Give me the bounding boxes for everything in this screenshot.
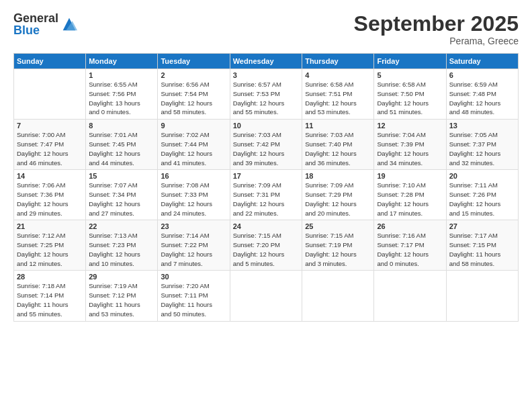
table-row <box>230 271 302 321</box>
table-row: 27Sunrise: 7:17 AM Sunset: 7:15 PM Dayli… <box>446 220 518 271</box>
col-sunday: Sunday <box>14 54 86 69</box>
day-info: Sunrise: 6:59 AM Sunset: 7:48 PM Dayligh… <box>449 80 515 117</box>
table-row: 20Sunrise: 7:11 AM Sunset: 7:26 PM Dayli… <box>446 170 518 220</box>
table-row: 15Sunrise: 7:07 AM Sunset: 7:34 PM Dayli… <box>86 170 158 220</box>
day-info: Sunrise: 6:58 AM Sunset: 7:50 PM Dayligh… <box>377 80 443 117</box>
day-info: Sunrise: 7:07 AM Sunset: 7:34 PM Dayligh… <box>89 181 154 218</box>
day-info: Sunrise: 7:15 AM Sunset: 7:19 PM Dayligh… <box>305 231 371 268</box>
header: General Blue September 2025 Perama, Gree… <box>13 12 519 46</box>
table-row <box>374 271 446 321</box>
table-row: 10Sunrise: 7:03 AM Sunset: 7:42 PM Dayli… <box>230 120 302 170</box>
table-row: 13Sunrise: 7:05 AM Sunset: 7:37 PM Dayli… <box>446 120 518 170</box>
day-number: 25 <box>305 222 371 230</box>
day-number: 15 <box>89 172 154 180</box>
day-number: 21 <box>17 222 83 230</box>
table-row: 3Sunrise: 6:57 AM Sunset: 7:53 PM Daylig… <box>230 69 302 120</box>
day-info: Sunrise: 6:56 AM Sunset: 7:54 PM Dayligh… <box>161 80 226 117</box>
table-row: 26Sunrise: 7:16 AM Sunset: 7:17 PM Dayli… <box>374 220 446 271</box>
day-info: Sunrise: 6:58 AM Sunset: 7:51 PM Dayligh… <box>305 80 371 117</box>
calendar-table: Sunday Monday Tuesday Wednesday Thursday… <box>13 53 519 321</box>
day-number: 17 <box>233 172 299 180</box>
table-row: 28Sunrise: 7:18 AM Sunset: 7:14 PM Dayli… <box>14 271 86 321</box>
day-number: 2 <box>161 71 226 79</box>
day-number: 8 <box>89 122 154 130</box>
page: General Blue September 2025 Perama, Gree… <box>0 0 532 411</box>
table-row: 8Sunrise: 7:01 AM Sunset: 7:45 PM Daylig… <box>86 120 158 170</box>
day-info: Sunrise: 7:18 AM Sunset: 7:14 PM Dayligh… <box>17 281 83 318</box>
day-number: 6 <box>449 71 515 79</box>
day-info: Sunrise: 7:02 AM Sunset: 7:44 PM Dayligh… <box>161 130 226 167</box>
table-row: 18Sunrise: 7:09 AM Sunset: 7:29 PM Dayli… <box>302 170 374 220</box>
day-number: 11 <box>305 122 371 130</box>
day-info: Sunrise: 7:20 AM Sunset: 7:11 PM Dayligh… <box>161 281 226 318</box>
day-number: 7 <box>17 122 83 130</box>
table-row: 1Sunrise: 6:55 AM Sunset: 7:56 PM Daylig… <box>86 69 158 120</box>
day-number: 24 <box>233 222 299 230</box>
table-row: 6Sunrise: 6:59 AM Sunset: 7:48 PM Daylig… <box>446 69 518 120</box>
col-monday: Monday <box>86 54 158 69</box>
day-number: 19 <box>377 172 443 180</box>
table-row: 17Sunrise: 7:09 AM Sunset: 7:31 PM Dayli… <box>230 170 302 220</box>
day-info: Sunrise: 6:57 AM Sunset: 7:53 PM Dayligh… <box>233 80 299 117</box>
table-row: 30Sunrise: 7:20 AM Sunset: 7:11 PM Dayli… <box>158 271 230 321</box>
table-row <box>446 271 518 321</box>
day-number: 9 <box>161 122 226 130</box>
day-info: Sunrise: 7:03 AM Sunset: 7:42 PM Dayligh… <box>233 130 299 167</box>
day-number: 4 <box>305 71 371 79</box>
day-info: Sunrise: 7:08 AM Sunset: 7:33 PM Dayligh… <box>161 181 226 218</box>
col-saturday: Saturday <box>446 54 518 69</box>
day-info: Sunrise: 6:55 AM Sunset: 7:56 PM Dayligh… <box>89 80 154 117</box>
table-row: 5Sunrise: 6:58 AM Sunset: 7:50 PM Daylig… <box>374 69 446 120</box>
logo-text: General Blue <box>13 12 58 36</box>
day-info: Sunrise: 7:04 AM Sunset: 7:39 PM Dayligh… <box>377 130 443 167</box>
week-row-5: 28Sunrise: 7:18 AM Sunset: 7:14 PM Dayli… <box>14 271 519 321</box>
table-row: 14Sunrise: 7:06 AM Sunset: 7:36 PM Dayli… <box>14 170 86 220</box>
day-number: 23 <box>161 222 226 230</box>
day-info: Sunrise: 7:12 AM Sunset: 7:25 PM Dayligh… <box>17 231 83 268</box>
table-row: 19Sunrise: 7:10 AM Sunset: 7:28 PM Dayli… <box>374 170 446 220</box>
week-row-2: 7Sunrise: 7:00 AM Sunset: 7:47 PM Daylig… <box>14 120 519 170</box>
day-number: 10 <box>233 122 299 130</box>
day-info: Sunrise: 7:06 AM Sunset: 7:36 PM Dayligh… <box>17 181 83 218</box>
day-info: Sunrise: 7:17 AM Sunset: 7:15 PM Dayligh… <box>449 231 515 268</box>
day-number: 3 <box>233 71 299 79</box>
logo-blue: Blue <box>13 24 58 36</box>
day-info: Sunrise: 7:11 AM Sunset: 7:26 PM Dayligh… <box>449 181 515 218</box>
day-info: Sunrise: 7:03 AM Sunset: 7:40 PM Dayligh… <box>305 130 371 167</box>
month-title: September 2025 <box>354 12 519 36</box>
day-info: Sunrise: 7:13 AM Sunset: 7:23 PM Dayligh… <box>89 231 154 268</box>
table-row: 16Sunrise: 7:08 AM Sunset: 7:33 PM Dayli… <box>158 170 230 220</box>
day-number: 14 <box>17 172 83 180</box>
day-info: Sunrise: 7:14 AM Sunset: 7:22 PM Dayligh… <box>161 231 226 268</box>
logo-icon <box>60 15 79 34</box>
table-row: 22Sunrise: 7:13 AM Sunset: 7:23 PM Dayli… <box>86 220 158 271</box>
table-row: 2Sunrise: 6:56 AM Sunset: 7:54 PM Daylig… <box>158 69 230 120</box>
title-section: September 2025 Perama, Greece <box>354 12 519 46</box>
day-info: Sunrise: 7:01 AM Sunset: 7:45 PM Dayligh… <box>89 130 154 167</box>
day-number: 20 <box>449 172 515 180</box>
day-number: 5 <box>377 71 443 79</box>
day-number: 26 <box>377 222 443 230</box>
day-number: 29 <box>89 273 154 281</box>
table-row: 9Sunrise: 7:02 AM Sunset: 7:44 PM Daylig… <box>158 120 230 170</box>
table-row: 25Sunrise: 7:15 AM Sunset: 7:19 PM Dayli… <box>302 220 374 271</box>
week-row-1: 1Sunrise: 6:55 AM Sunset: 7:56 PM Daylig… <box>14 69 519 120</box>
day-info: Sunrise: 7:10 AM Sunset: 7:28 PM Dayligh… <box>377 181 443 218</box>
week-row-3: 14Sunrise: 7:06 AM Sunset: 7:36 PM Dayli… <box>14 170 519 220</box>
week-row-4: 21Sunrise: 7:12 AM Sunset: 7:25 PM Dayli… <box>14 220 519 271</box>
col-thursday: Thursday <box>302 54 374 69</box>
day-info: Sunrise: 7:16 AM Sunset: 7:17 PM Dayligh… <box>377 231 443 268</box>
day-info: Sunrise: 7:00 AM Sunset: 7:47 PM Dayligh… <box>17 130 83 167</box>
day-info: Sunrise: 7:09 AM Sunset: 7:31 PM Dayligh… <box>233 181 299 218</box>
table-row: 23Sunrise: 7:14 AM Sunset: 7:22 PM Dayli… <box>158 220 230 271</box>
col-wednesday: Wednesday <box>230 54 302 69</box>
col-friday: Friday <box>374 54 446 69</box>
table-row: 12Sunrise: 7:04 AM Sunset: 7:39 PM Dayli… <box>374 120 446 170</box>
table-row: 29Sunrise: 7:19 AM Sunset: 7:12 PM Dayli… <box>86 271 158 321</box>
day-info: Sunrise: 7:09 AM Sunset: 7:29 PM Dayligh… <box>305 181 371 218</box>
location: Perama, Greece <box>354 36 519 46</box>
day-number: 28 <box>17 273 83 281</box>
table-row: 11Sunrise: 7:03 AM Sunset: 7:40 PM Dayli… <box>302 120 374 170</box>
day-number: 12 <box>377 122 443 130</box>
day-number: 16 <box>161 172 226 180</box>
